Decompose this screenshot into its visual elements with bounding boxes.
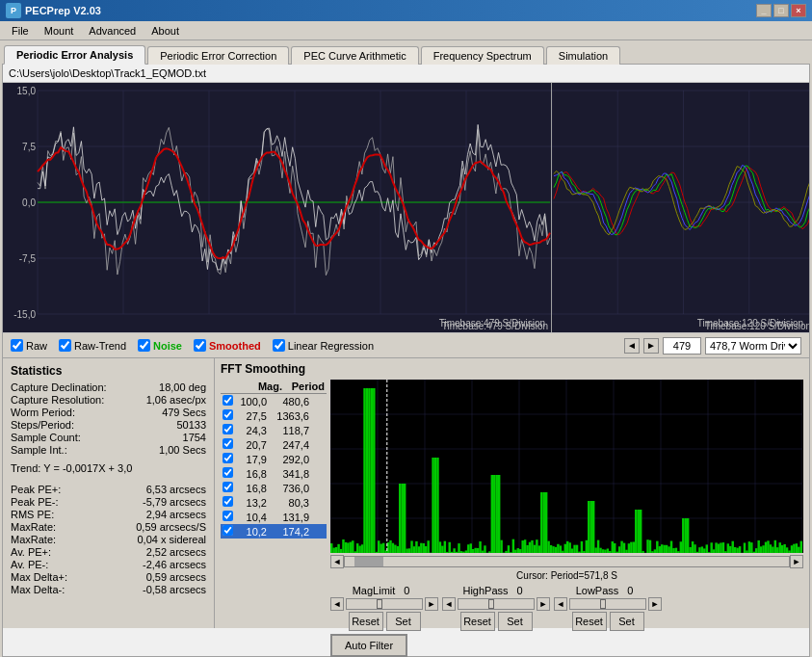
stat-maxrate-arcsecs: MaxRate: 0,59 arcsecs/S <box>11 521 206 533</box>
stat-av-pe-plus: Av. PE+: 2,52 arcsecs <box>11 546 206 558</box>
lowpass-track[interactable] <box>569 598 646 610</box>
stat-row-sample-int: Sample Int.: 1,00 Secs <box>11 444 206 456</box>
checkbox-noise[interactable]: Noise <box>138 339 182 352</box>
maglimit-buttons: Reset Set <box>349 612 421 631</box>
tab-simulation[interactable]: Simulation <box>546 46 620 65</box>
chart-left: Timebase:479 S/Division <box>3 83 552 332</box>
checkbox-raw-trend[interactable]: Raw-Trend <box>59 339 126 352</box>
maximize-button[interactable]: □ <box>773 4 789 17</box>
fft-list: Mag. Period 100,0 480,6 27,5 1363,6 24,3… <box>221 380 327 657</box>
checkbox-smoothed[interactable]: Smoothed <box>194 339 261 352</box>
stat-row-resolution: Capture Resolution: 1,06 asec/px <box>11 394 206 406</box>
fft-scroll-left[interactable]: ◄ <box>330 555 344 568</box>
tab-frequency-spectrum[interactable]: Frequency Spectrum <box>421 46 544 65</box>
fft-row[interactable]: 13,2 80,3 <box>221 495 327 510</box>
maglimit-slider-row: ◄ ► <box>330 597 438 611</box>
tab-periodic-error-analysis[interactable]: Periodic Error Analysis <box>4 45 145 65</box>
maglimit-group: MagLimit 0 ◄ ► <box>330 585 438 631</box>
highpass-track[interactable] <box>458 598 535 610</box>
fft-row[interactable]: 100,0 480,6 <box>221 394 327 408</box>
maglimit-header: MagLimit 0 <box>353 585 417 596</box>
maglimit-set-btn[interactable]: Set <box>386 612 421 631</box>
minimize-button[interactable]: _ <box>756 4 772 17</box>
highpass-reset-btn[interactable]: Reset <box>460 612 495 631</box>
fft-row[interactable]: 10,4 131,9 <box>221 510 327 524</box>
fft-row[interactable]: 16,8 341,8 <box>221 466 327 481</box>
highpass-right-arrow[interactable]: ► <box>537 597 550 611</box>
stat-maxrate-sidereal: MaxRate: 0,04 x sidereal <box>11 534 206 545</box>
chart-right: Timebase:120 S/Division <box>552 83 809 332</box>
controls-bar: Raw Raw-Trend Noise Smoothed Linear Regr… <box>3 333 809 358</box>
fft-row[interactable]: 27,5 1363,6 <box>221 408 327 423</box>
right-timebase-label: Timebase:120 S/Division <box>697 318 803 328</box>
fft-row[interactable]: 16,8 736,0 <box>221 481 327 495</box>
app-icon: P <box>6 3 21 18</box>
highpass-group: HighPass 0 ◄ ► <box>442 585 550 631</box>
worm-value-input[interactable] <box>663 337 701 355</box>
highpass-value: 0 <box>511 585 530 596</box>
bottom-section: Statistics Capture Declination: 18,00 de… <box>3 358 809 628</box>
linear-regression-label: Linear Regression <box>288 340 374 352</box>
menu-bar: File Mount Advanced About <box>0 21 812 40</box>
lowpass-header: LowPass 0 <box>576 585 641 596</box>
auto-filter-container: Auto Filter <box>330 634 803 657</box>
menu-file[interactable]: File <box>4 23 37 39</box>
highpass-label: HighPass <box>462 585 508 596</box>
title-bar: P PECPrep V2.03 _ □ × <box>0 0 812 21</box>
maglimit-thumb <box>377 599 382 609</box>
stat-peak-pe-minus: Peak PE-: -5,79 arcsecs <box>11 496 206 508</box>
stat-max-delta-plus: Max Delta+: 0,59 arcsecs <box>11 571 206 583</box>
cursor-label: Cursor: Period=571,8 S <box>330 570 803 581</box>
file-path: C:\Users\jolo\Desktop\Track1_EQMOD.txt <box>3 65 809 83</box>
tab-periodic-error-correction[interactable]: Periodic Error Correction <box>147 46 289 65</box>
lowpass-value: 0 <box>620 585 640 596</box>
trend-formula: Trend: Y = -0,0017X + 3,0 <box>11 462 206 474</box>
stat-row-declination: Capture Declination: 18,00 deg <box>11 381 206 393</box>
menu-advanced[interactable]: Advanced <box>81 23 144 39</box>
app-title: PECPrep V2.03 <box>25 5 101 16</box>
stat-row-worm-period: Worm Period: 479 Secs <box>11 407 206 418</box>
maglimit-left-arrow[interactable]: ◄ <box>330 597 344 611</box>
lowpass-set-btn[interactable]: Set <box>610 612 644 631</box>
fft-scrollbar-track[interactable] <box>344 556 790 567</box>
stat-av-pe-minus: Av. PE-: -2,46 arcsecs <box>11 559 206 570</box>
lowpass-right-arrow[interactable]: ► <box>648 597 662 611</box>
maglimit-right-arrow[interactable]: ► <box>425 597 438 611</box>
worm-drive-select[interactable]: 478,7 Worm Drive <box>705 337 801 355</box>
lowpass-reset-btn[interactable]: Reset <box>572 612 607 631</box>
tabs-bar: Periodic Error Analysis Periodic Error C… <box>0 40 812 64</box>
fft-row[interactable]: 17,9 292,0 <box>221 452 327 466</box>
fft-panel: FFT Smoothing Mag. Period 100,0 480,6 27… <box>215 358 809 628</box>
fft-title: FFT Smoothing <box>221 362 803 376</box>
highpass-set-btn[interactable]: Set <box>498 612 533 631</box>
checkbox-raw[interactable]: Raw <box>11 339 47 352</box>
fft-row[interactable]: 20,7 247,4 <box>221 437 327 452</box>
stat-row-sample-count: Sample Count: 1754 <box>11 432 206 443</box>
menu-mount[interactable]: Mount <box>37 23 82 39</box>
menu-about[interactable]: About <box>144 23 187 39</box>
checkbox-linear-regression[interactable]: Linear Regression <box>273 339 374 352</box>
stat-rms-pe: RMS PE: 2,94 arcsecs <box>11 509 206 520</box>
lowpass-left-arrow[interactable]: ◄ <box>554 597 567 611</box>
lowpass-slider-row: ◄ ► <box>554 597 662 611</box>
tab-pec-curve-arithmetic[interactable]: PEC Curve Arithmetic <box>291 46 418 65</box>
auto-filter-btn[interactable]: Auto Filter <box>330 634 407 657</box>
statistics-title: Statistics <box>11 364 206 378</box>
fft-scroll-right[interactable]: ► <box>790 555 803 568</box>
close-button[interactable]: × <box>791 4 806 17</box>
scroll-left-btn[interactable]: ◄ <box>624 338 640 354</box>
fft-row[interactable]: 24,3 118,7 <box>221 423 327 437</box>
smoothed-label: Smoothed <box>209 340 261 352</box>
fft-header: Mag. Period <box>221 380 327 394</box>
scroll-right-btn[interactable]: ► <box>643 338 659 354</box>
raw-trend-label: Raw-Trend <box>74 340 126 352</box>
statistics-panel: Statistics Capture Declination: 18,00 de… <box>3 358 215 628</box>
fft-row[interactable]: 10,2 174,2 <box>221 524 327 539</box>
maglimit-reset-btn[interactable]: Reset <box>349 612 383 631</box>
stat-row-steps-period: Steps/Period: 50133 <box>11 419 206 431</box>
window-controls: _ □ × <box>756 4 806 17</box>
worm-drive-area: ◄ ► 478,7 Worm Drive <box>624 337 801 355</box>
maglimit-track[interactable] <box>346 598 423 610</box>
highpass-left-arrow[interactable]: ◄ <box>442 597 456 611</box>
raw-label: Raw <box>26 340 47 352</box>
